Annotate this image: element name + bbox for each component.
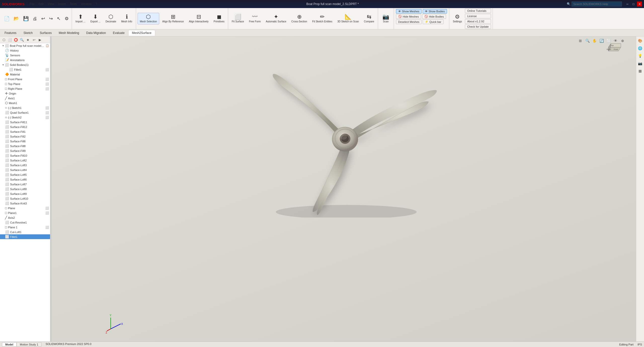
rt-scene-btn[interactable]: 🌐 bbox=[637, 45, 643, 52]
menu-edit[interactable]: Edit bbox=[36, 2, 46, 6]
minimize-button[interactable]: ─ bbox=[625, 2, 630, 7]
fit-sketch-button[interactable]: ✏ Fit Sketch Entities bbox=[310, 13, 334, 24]
check-update-button[interactable]: Check for Update bbox=[465, 24, 491, 29]
tree-item-surface-fill2[interactable]: ⬜ Surface-Fill2 bbox=[0, 134, 50, 139]
tree-item-surface-knit3[interactable]: ⬜ Surface-Knit3 bbox=[0, 201, 50, 206]
tree-root[interactable]: ▼ ⬜ Boat Prop full scan model_2 (D... 📋 bbox=[0, 43, 50, 48]
tree-item-annotations[interactable]: 📝 Annotations bbox=[0, 58, 50, 62]
save-button[interactable]: 💾 bbox=[22, 15, 30, 22]
rt-camera-btn[interactable]: 📷 bbox=[637, 60, 643, 67]
import-button[interactable]: ⬆ Import ... bbox=[73, 13, 87, 24]
tree-item-origin[interactable]: ✛ Origin bbox=[0, 91, 50, 96]
menu-view[interactable]: View bbox=[46, 2, 56, 6]
tree-item-plane1b[interactable]: □ Plane 1 ⬜ bbox=[0, 225, 50, 230]
tab-surfaces[interactable]: Surfaces bbox=[36, 30, 55, 36]
tree-root-config[interactable]: 📋 bbox=[46, 44, 49, 47]
vp-pan-btn[interactable]: ✋ bbox=[591, 37, 598, 44]
mesh-selection-button[interactable]: ⬡ Mesh Selection bbox=[138, 13, 159, 24]
tree-item-sketch1[interactable]: ○ (-) Sketch1 ⬜ bbox=[0, 105, 50, 110]
tree-btn-5[interactable]: ★ bbox=[25, 37, 31, 42]
tree-btn-4[interactable]: 🔍 bbox=[19, 37, 25, 42]
automatic-surface-button[interactable]: ✦ Automatic Surface bbox=[264, 13, 288, 24]
cross-section-button[interactable]: ⊕ Cross-Section bbox=[289, 13, 309, 24]
decimate-button[interactable]: ⬡ Decimate bbox=[103, 13, 118, 24]
tree-item-mesh1[interactable]: ⬡ Mesh1 bbox=[0, 101, 50, 105]
vp-zoom-btn[interactable]: 🔍 bbox=[584, 37, 591, 44]
tree-item-surface-loft8[interactable]: ⬜ Surface-Loft8 bbox=[0, 187, 50, 191]
vp-fit-btn[interactable]: ⊞ bbox=[577, 37, 584, 44]
tree-item-sensors[interactable]: 📡 Sensors bbox=[0, 53, 50, 58]
tree-item-surface-fill1[interactable]: ⬜ Surface-Fill1 bbox=[0, 129, 50, 134]
tree-item-surface-loft4[interactable]: ⬜ Surface-Loft4 bbox=[0, 167, 50, 172]
tree-item-fillet1[interactable]: ⬜ Fillet1 bbox=[0, 234, 50, 239]
menu-tools[interactable]: Tools bbox=[68, 2, 79, 6]
quick-bar-button[interactable]: ⚡ Quick bar bbox=[423, 19, 444, 24]
rt-display-btn[interactable]: ▦ bbox=[637, 68, 643, 74]
hide-bodies-button[interactable]: 🚫 Hide Bodies bbox=[422, 14, 446, 19]
tree-btn-7[interactable]: ▶ bbox=[37, 37, 43, 42]
view-cube[interactable]: Top Front Right bbox=[603, 38, 623, 59]
align-by-reference-button[interactable]: ⊞ Align By Reference bbox=[160, 13, 186, 24]
tree-item-plane[interactable]: □ Plane ⬜ bbox=[0, 206, 50, 210]
tree-btn-2[interactable]: ⬜ bbox=[7, 37, 13, 42]
tree-item-fillet1-sub[interactable]: ⬜ Fillet1 ⬜ bbox=[0, 67, 50, 72]
hide-meshes-button[interactable]: 🚫 Hide Meshes bbox=[396, 14, 421, 19]
scan-button[interactable]: 📷 Scan bbox=[380, 13, 392, 24]
new-free-form-button[interactable]: 〰 Free Form bbox=[247, 13, 263, 24]
tree-item-surface-loft3[interactable]: ⬜ Surface-Loft3 bbox=[0, 163, 50, 167]
tree-btn-3[interactable]: ⭕ bbox=[13, 37, 19, 42]
tree-btn-1[interactable]: ⬡ bbox=[1, 37, 7, 42]
menu-help[interactable]: ? bbox=[94, 2, 99, 6]
tree-item-material[interactable]: 🔶 Material bbox=[0, 72, 50, 77]
export-button[interactable]: ⬇ Export ... bbox=[88, 13, 102, 24]
tree-item-surface-fill12[interactable]: ⬜ Surface-Fill12 bbox=[0, 124, 50, 129]
tree-item-surface-loft5[interactable]: ⬜ Surface-Loft5 bbox=[0, 172, 50, 177]
3d-viewport[interactable]: ⊞ 🔍 ✋ 🔄 ⬜ 👁 ⊕ bbox=[52, 36, 636, 341]
tree-item-surface-loft7[interactable]: ⬜ Surface-Loft7 bbox=[0, 182, 50, 187]
about-button[interactable]: About v1.2.92 bbox=[465, 19, 491, 24]
align-interactively-button[interactable]: ⊟ Align Interactively bbox=[187, 13, 211, 24]
rt-appearance-btn[interactable]: 🎨 bbox=[637, 37, 643, 44]
close-button[interactable]: ✕ bbox=[637, 2, 642, 7]
tree-item-surface-loft6[interactable]: ⬜ Surface-Loft6 bbox=[0, 177, 50, 182]
tab-evaluate[interactable]: Evaluate bbox=[109, 30, 128, 36]
new-button[interactable]: 📄 bbox=[3, 15, 11, 22]
tab-mesh-modeling[interactable]: Mesh Modeling bbox=[55, 30, 83, 36]
settings-button[interactable]: ⚙ Settings bbox=[451, 13, 464, 24]
model-tab[interactable]: Model bbox=[2, 342, 17, 346]
open-button[interactable]: 📂 bbox=[12, 15, 21, 22]
license-button[interactable]: License bbox=[465, 14, 491, 18]
tab-features[interactable]: Features bbox=[1, 30, 20, 36]
tree-item-front-plane[interactable]: □ Front Plane ⬜ bbox=[0, 77, 50, 81]
tab-sketch[interactable]: Sketch bbox=[20, 30, 36, 36]
tab-data-migration[interactable]: Data Migration bbox=[83, 30, 109, 36]
motion-study-tab[interactable]: Motion Study 1 bbox=[17, 342, 42, 346]
show-meshes-button[interactable]: 👁 Show Meshes bbox=[396, 9, 422, 14]
rt-light-btn[interactable]: 💡 bbox=[637, 53, 643, 59]
tree-item-surface-fill6[interactable]: ⬜ Surface-Fill6 bbox=[0, 139, 50, 144]
3d-sketch-scan-button[interactable]: 📐 3D Sketch on Scan bbox=[335, 13, 361, 24]
tree-btn-6[interactable]: ↩ bbox=[31, 37, 37, 42]
tree-item-right-plane[interactable]: □ Right Plane ⬜ bbox=[0, 86, 50, 91]
undo-button[interactable]: ↩ bbox=[40, 15, 47, 22]
tab-mesh2surface[interactable]: Mesh2Surface bbox=[128, 30, 155, 36]
tree-item-cut-revolve1[interactable]: ⬜ Cut-Revolve1 bbox=[0, 220, 50, 225]
deselect-meshes-button[interactable]: Deselect Meshes bbox=[396, 20, 422, 24]
tree-item-sketch2[interactable]: ○ (-) Sketch2 ⬜ bbox=[0, 115, 50, 120]
maximize-button[interactable]: □ bbox=[631, 2, 636, 7]
menu-window[interactable]: Window bbox=[79, 2, 94, 6]
compare-button[interactable]: ⇆ Compare bbox=[362, 13, 376, 24]
tree-item-surface-fill8[interactable]: ⬜ Surface-Fill8 bbox=[0, 144, 50, 148]
tree-item-plane1[interactable]: □ Plane1 ⬜ bbox=[0, 210, 50, 215]
fit-surface-button[interactable]: ⬜ Fit Surface bbox=[230, 13, 246, 24]
options-button[interactable]: ⚙ bbox=[63, 15, 70, 22]
tree-item-surface-loft2[interactable]: ⬜ Surface-Loft2 bbox=[0, 158, 50, 163]
tree-item-surface-fill10[interactable]: ⬜ Surface-Fill10 bbox=[0, 153, 50, 158]
tree-item-history[interactable]: 🕐 History bbox=[0, 48, 50, 53]
print-button[interactable]: 🖨 bbox=[31, 15, 39, 22]
tree-item-axis2[interactable]: ╱ Axis2 bbox=[0, 215, 50, 220]
show-bodies-button[interactable]: 👁 Show Bodies bbox=[423, 9, 447, 14]
primitives-button[interactable]: ◼ Primitives bbox=[212, 13, 226, 24]
tree-item-axis1[interactable]: ╱ Axis1 bbox=[0, 96, 50, 101]
tree-item-cut-loft1[interactable]: ⬜ Cut-Loft1 bbox=[0, 230, 50, 234]
